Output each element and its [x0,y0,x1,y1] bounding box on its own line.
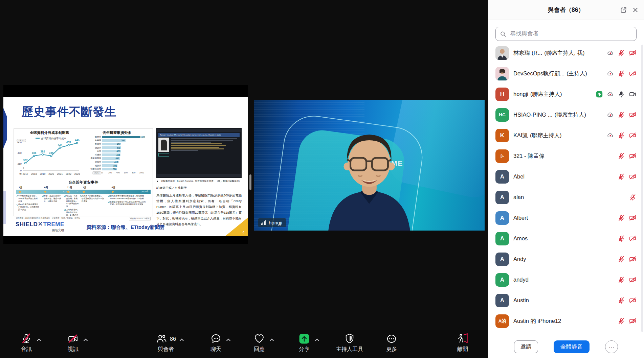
reactions-options-caret[interactable] [269,337,274,343]
mic-muted-icon [21,333,32,344]
participant-row[interactable]: DevSecOps執行顧...(主持人) [488,63,644,84]
meeting-window: 歷史事件不斷發生 全球資料外洩成本創新高 （萬元） 0350400450全球資料… [0,0,644,358]
toolbar-share-label: 分享 [299,346,310,353]
participant-row[interactable]: AAlbert [488,208,644,228]
participants-options-caret[interactable] [179,337,184,343]
participants-scrollbar[interactable] [641,45,643,332]
slide-page-number: 4 [242,230,245,235]
close-panel-icon[interactable] [632,7,639,13]
participant-name: 林家瑋 (R...(聯席主持人, 我) [513,49,602,57]
participant-row[interactable]: AAustin [488,290,644,311]
avatar: 3- [495,149,509,163]
logo-x-icon: ✕ [38,220,43,228]
slide-source-line: 資料來源：聯合報、ETtoday新聞雲 [86,224,164,231]
screen-share-icon [596,91,603,98]
participants-panel: 與會者（86） 林家瑋 (R...(聯席主持人, 我)DevSecOps執行顧.… [488,0,644,358]
participant-row[interactable]: Aandyd [488,269,644,290]
video-name-tag: hongji [258,218,286,227]
mic-off-icon [618,317,625,325]
shared-screen-scrollbar[interactable] [249,174,251,190]
svg-text:392: 392 [40,150,45,153]
avatar: A [495,191,509,204]
search-box[interactable] [495,27,637,41]
audio-level-icon [261,220,266,225]
news-body: 馬偕醫院上月遭駭客入侵，導致醫院門急診系統500多台電腦當機，病人檔案遭到加密勒… [156,193,242,227]
mic-on-icon [618,91,625,98]
participant-name: KAI凱(聯席主持人) [513,132,602,139]
participant-name: alan [513,194,625,200]
toolbar-chat-button[interactable]: 聊天 [210,332,222,353]
participant-role: (主持人) [567,70,587,76]
video-options-caret[interactable] [83,337,88,343]
toolbar-host-tools-button[interactable]: 主持人工具 [336,332,363,353]
forum-screenshot: Taiwan Mackay Memorial Hospital_www.mmh.… [156,128,242,178]
toolbar-participants-button[interactable]: 86 與會者 [156,332,176,353]
mute-all-button[interactable]: 全體靜音 [554,340,590,353]
participant-row[interactable]: AAbel [488,166,644,187]
timeline-title: 台企近年資安事件 [16,180,151,185]
participant-row[interactable]: HCHSIAO-PING ...(聯席主持人) [488,104,644,125]
svg-text:424: 424 [58,143,62,146]
cloud-recording-icon [607,132,614,139]
participant-row[interactable]: KKAI凱(聯席主持人) [488,125,644,146]
participant-row[interactable]: 林家瑋 (R...(聯席主持人, 我) [488,43,644,63]
participant-row[interactable]: AAndy [488,249,644,269]
mic-off-icon [618,49,625,57]
svg-text:350: 350 [17,162,22,165]
avatar [495,67,509,80]
video-name-label: hongji [269,220,282,225]
participant-row[interactable]: Aalan [488,187,644,208]
svg-text:2021: 2021 [57,172,63,175]
more-icon [386,333,397,344]
mic-off-icon [629,194,637,201]
line-chart-unit: （萬元） [17,139,26,142]
participant-status-icons [618,235,637,242]
participant-row[interactable]: 3-321 - 陳孟偉 [488,146,644,166]
toolbar-chat-label: 聊天 [210,346,221,353]
chat-icon [210,333,222,344]
participant-name: hongji(聯席主持人) [513,91,591,98]
participant-status-icons [618,296,637,304]
participant-name: HSIAO-PING ...(聯席主持人) [513,111,602,119]
participant-status-icons [618,276,637,284]
participant-name: Albert [513,215,613,221]
mic-off-icon [618,173,625,181]
presentation-slide: 歷史事件不斷發生 全球資料外洩成本創新高 （萬元） 0350400450全球資料… [3,97,248,236]
line-chart: 全球資料外洩成本創新高 （萬元） 0350400450全球資料外洩平均成本352… [16,130,83,178]
cloud-recording-icon [607,91,614,98]
camera-off-icon [629,255,637,263]
toolbar-leave-button[interactable]: 離開 [457,332,468,353]
avatar: A [495,253,509,266]
participant-row[interactable]: A的Austin 的 iPhone12 [488,311,644,331]
svg-text:年: 年 [19,172,22,175]
chat-options-caret[interactable] [226,337,231,343]
toolbar-share-button[interactable]: 分享 [298,332,310,353]
svg-text:2023: 2023 [74,172,80,175]
participants-icon [156,333,167,344]
svg-text:0: 0 [20,169,22,172]
participants-more-button[interactable]: … [605,340,618,353]
participant-status-icons [607,49,637,57]
participant-row[interactable]: Hhongji(聯席主持人) [488,84,644,104]
camera-muted-icon [67,333,79,344]
search-input[interactable] [509,30,632,38]
invite-button[interactable]: 邀請 [514,340,538,353]
svg-text:386: 386 [32,151,37,154]
share-options-caret[interactable] [315,337,319,343]
svg-text:2020: 2020 [48,172,54,175]
heart-icon [253,333,265,344]
camera-off-icon [629,132,637,139]
camera-off-icon [629,235,637,242]
toolbar-reactions-button[interactable]: 回應 [253,332,265,353]
popout-icon[interactable] [620,6,627,14]
svg-text:435: 435 [66,141,71,144]
participant-status-icons [618,255,637,263]
participant-row[interactable]: AAmos [488,228,644,249]
forum-button [158,153,169,157]
search-icon [500,31,506,37]
avatar: A [495,232,509,245]
toolbar-audio-button[interactable]: 音訊 [21,332,32,353]
toolbar-video-button[interactable]: 視訊 [67,332,79,353]
toolbar-more-button[interactable]: 更多 [386,332,397,353]
audio-options-caret[interactable] [37,337,41,343]
